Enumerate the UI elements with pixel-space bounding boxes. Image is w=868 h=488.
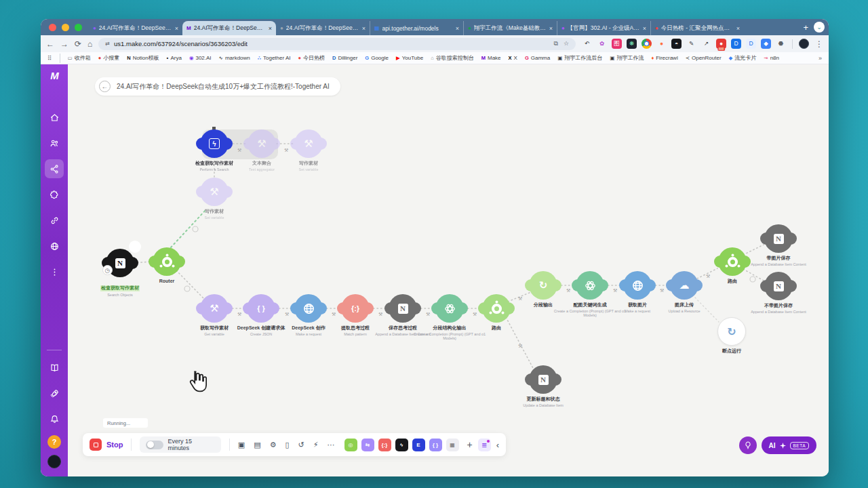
module-icon[interactable] — [482, 294, 511, 323]
back-to-scenarios-icon[interactable]: ← — [99, 81, 111, 92]
tab-close-icon[interactable]: × — [175, 25, 178, 32]
add-module-button[interactable]: + — [467, 440, 473, 449]
module-icon[interactable]: ⚒ — [200, 178, 229, 206]
bookmark-item[interactable]: ●今日热榜 — [298, 54, 325, 62]
stop-button[interactable]: Stop — [90, 439, 123, 451]
url-text[interactable]: us1.make.com/637924/scenarios/3636203/ed… — [114, 40, 248, 47]
connection-wrench-icon[interactable]: ⚒ — [285, 312, 289, 317]
module-icon[interactable] — [576, 271, 604, 300]
module-icon[interactable]: {:} — [341, 294, 370, 323]
bookmark-item[interactable]: DDillinger — [332, 54, 357, 62]
browser-tab[interactable]: ●24.AI写作革命！DeepSeek自…× — [89, 21, 182, 35]
connection-wrench-icon[interactable]: ⚒ — [473, 312, 477, 317]
extension-icon[interactable]: ↶ — [582, 39, 592, 49]
back-icon[interactable]: ← — [46, 40, 54, 48]
sidebar-item-link[interactable] — [45, 211, 64, 230]
close-window-button[interactable] — [49, 24, 56, 31]
notes-icon[interactable]: ▯ — [285, 441, 290, 449]
extension-icon[interactable]: D — [746, 39, 756, 49]
bookmark-item[interactable]: MMake — [481, 54, 501, 62]
extension-icon[interactable]: ⬣ — [776, 39, 786, 49]
send-to-device-icon[interactable]: ⧉ — [553, 40, 557, 47]
module-icon[interactable]: N — [529, 365, 557, 394]
home-icon[interactable]: ⌂ — [87, 40, 92, 48]
connection-wrench-icon[interactable]: ⚒ — [284, 148, 288, 153]
module-icon[interactable]: ↻ — [529, 271, 557, 300]
bookmark-star-icon[interactable]: ☆ — [564, 40, 569, 47]
browser-tab[interactable]: ●翔宇工作流《Make基础教程》× — [463, 21, 557, 35]
extension-icon[interactable]: ◓ — [671, 39, 682, 49]
sidebar-item-home[interactable] — [45, 108, 64, 127]
scenario-io-icon[interactable]: ▤ — [254, 441, 260, 449]
tools-app[interactable]: ⇆ — [361, 439, 374, 451]
browser-tab[interactable]: ▦api.together.ai/models× — [370, 21, 463, 35]
extension-icon[interactable]: ● — [656, 39, 667, 49]
new-tab-button[interactable]: + — [803, 22, 808, 33]
connection-wrench-icon[interactable]: ⚒ — [518, 296, 522, 302]
zoom-window-button[interactable] — [75, 24, 82, 31]
module-icon[interactable]: ⚒ — [294, 129, 323, 158]
extension-icon[interactable]: ↗ — [701, 39, 711, 49]
apps-grid-icon[interactable]: ⠿ — [47, 55, 52, 62]
tab-close-icon[interactable]: × — [736, 25, 740, 32]
bookmark-item[interactable]: ▣翔宇工作流 — [610, 54, 644, 62]
bookmark-item[interactable]: ◉302.AI — [189, 54, 212, 62]
window-controls[interactable] — [49, 24, 82, 31]
extension-icon[interactable]: ●888 — [716, 39, 726, 49]
sidebar-item-dots[interactable] — [45, 262, 64, 281]
sidebar-item-book[interactable] — [45, 358, 64, 377]
site-settings-icon[interactable]: ⇄ — [105, 41, 110, 47]
connection-wrench-icon[interactable]: ⚒ — [237, 148, 241, 153]
hints-lightbulb-button[interactable] — [739, 436, 757, 454]
tab-close-icon[interactable]: × — [456, 25, 459, 32]
connection-wrench-icon[interactable]: ⚒ — [237, 312, 241, 317]
tab-close-icon[interactable]: × — [362, 25, 366, 32]
tab-search-button[interactable]: ⌄ — [814, 22, 825, 33]
tab-close-icon[interactable]: × — [643, 25, 646, 32]
bookmark-item[interactable]: NNotion模板 — [127, 54, 159, 62]
sidebar-item-puzzle[interactable] — [45, 185, 64, 204]
extension-icon[interactable]: 图 — [612, 39, 622, 49]
bookmark-item[interactable]: ∴Together AI — [258, 54, 291, 62]
sidebar-item-globe[interactable] — [45, 237, 64, 256]
ai-assistant-button[interactable]: AI BETA — [762, 436, 817, 454]
sidebar-item-users[interactable] — [45, 134, 64, 152]
connection-wrench-icon[interactable]: ⚒ — [660, 288, 664, 293]
tab-close-icon[interactable]: × — [549, 25, 553, 32]
browser-tab[interactable]: ●今日热榜 - 汇聚全网热点，热…× — [650, 21, 744, 35]
module-icon[interactable] — [623, 271, 652, 300]
schedule-toggle[interactable] — [146, 441, 163, 449]
address-bar[interactable]: ⇄ us1.make.com/637924/scenarios/3636203/… — [98, 38, 576, 50]
help-button[interactable]: ? — [47, 435, 61, 449]
bookmark-item[interactable]: ≺OpenRouter — [686, 54, 722, 62]
bookmark-item[interactable]: XX — [509, 54, 517, 62]
bookmark-item[interactable]: ◆流光卡片 — [729, 54, 757, 62]
bookmark-item[interactable]: GGoogle — [365, 54, 389, 62]
browser-tab[interactable]: ●24.AI写作革命！DeepSeek自…× — [276, 21, 370, 35]
bookmark-item[interactable]: GGamma — [525, 54, 550, 62]
module-icon[interactable]: ⚒ — [248, 129, 276, 158]
connection-wrench-icon[interactable]: ⚒ — [332, 312, 336, 317]
json-parse-app[interactable]: {:} — [378, 439, 391, 451]
browser-menu-icon[interactable]: ⋮ — [815, 40, 823, 48]
e-app[interactable]: E — [412, 439, 425, 451]
tab-close-icon[interactable]: × — [269, 25, 272, 32]
extension-icon[interactable] — [642, 39, 652, 49]
connection-wrench-icon[interactable]: ⚒ — [426, 312, 430, 317]
sidebar-item-share[interactable] — [45, 159, 64, 178]
bookmark-item[interactable]: ●小报童 — [98, 54, 120, 62]
scenario-canvas[interactable]: ← 24.AI写作革命！DeepSeek自动生成10万+爆文工作流教程!-Tog… — [68, 64, 829, 476]
user-avatar[interactable] — [47, 455, 61, 468]
forward-icon[interactable]: → — [60, 40, 68, 48]
auto-align-icon[interactable]: ⚡ — [313, 441, 319, 449]
extension-icon[interactable]: D — [731, 39, 741, 49]
json-app[interactable]: { } — [429, 439, 442, 451]
module-icon[interactable]: N — [764, 224, 793, 253]
module-icon[interactable] — [153, 247, 181, 276]
bookmark-item[interactable]: ▪Arya — [167, 54, 182, 62]
undo-icon[interactable]: ↺ — [298, 441, 304, 449]
scenario-settings-icon[interactable]: ⚙ — [270, 441, 277, 449]
schedule-control[interactable]: Every 15 minutes — [140, 436, 220, 453]
bookmark-item[interactable]: ⌂谷歌搜索控制台 — [431, 54, 474, 62]
connection-wrench-icon[interactable]: ⚒ — [518, 344, 522, 349]
